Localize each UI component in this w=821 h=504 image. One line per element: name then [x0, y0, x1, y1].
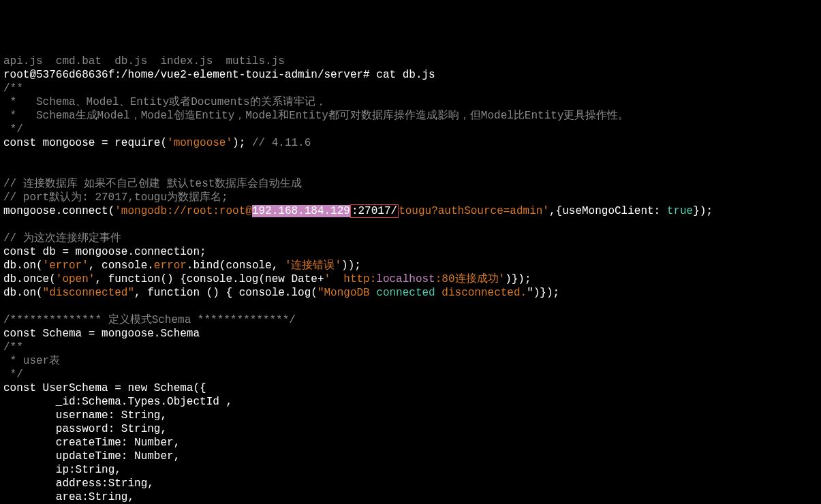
string: :80连接成功' [435, 273, 505, 285]
string: 'mongoose' [167, 137, 232, 149]
code: mongoose.connect( [3, 205, 114, 217]
code: }); [693, 205, 713, 217]
error-word: error [154, 259, 187, 272]
terminal-output[interactable]: api.js cmd.bat db.js index.js mutils.js … [0, 54, 821, 504]
code: updateTime: Number, [3, 450, 180, 462]
code: db.on( [3, 287, 43, 299]
comment: * user表 [3, 355, 60, 367]
comment: */ [3, 123, 23, 136]
comment: /** [3, 341, 23, 353]
code: password: String, [3, 423, 167, 435]
code: const db = mongoose.connection; [3, 246, 206, 258]
code: , console. [89, 259, 154, 272]
code: ip:String, [3, 464, 121, 476]
code: area:String, [3, 491, 134, 503]
string: disconnected. [442, 287, 527, 299]
code: )); [341, 259, 361, 272]
prev-line: api.js cmd.bat db.js index.js mutils.js [3, 55, 285, 67]
string: "MongoDB [317, 287, 376, 299]
comment: */ [3, 368, 23, 381]
comment: * Schema、Model、Entity或者Documents的关系请牢记， [3, 96, 326, 108]
code: db.once( [3, 273, 56, 285]
code: const mongoose = require( [3, 137, 167, 149]
comment: // port默认为: 27017,tougu为数据库名; [3, 191, 228, 204]
code: createTime: Number, [3, 437, 180, 449]
code: _id:Schema.Types.ObjectId , [3, 396, 232, 408]
code: address:String, [3, 477, 154, 490]
code: )}); [505, 273, 531, 285]
connected-word: connected [376, 287, 435, 299]
port-box: :27017/ [350, 204, 399, 218]
code: ")}); [527, 287, 559, 299]
code: , function() {console.log(new Date+ [95, 273, 324, 285]
localhost: localhost [376, 273, 435, 285]
comment: // 4.11.6 [252, 137, 311, 149]
command: cat db.js [376, 69, 435, 81]
string: ' http: [324, 273, 376, 285]
code: ); [232, 137, 252, 149]
prompt: root@53766d68636f:/home/vue2-element-tou… [3, 69, 376, 81]
string: 'mongodb://root:root@ [114, 205, 252, 217]
ip-highlight: 192.168.184.129 [252, 205, 350, 217]
string: '连接错误' [285, 259, 341, 272]
code: const UserSchema = new Schema({ [3, 382, 206, 394]
code: ,{useMongoClient: [549, 205, 667, 217]
string: 'open' [56, 273, 95, 285]
comment: /** [3, 82, 23, 95]
code: db.on( [3, 259, 43, 272]
comment: /************** 定义模式Schema *************… [3, 314, 296, 326]
string: tougu?authSource=admin' [399, 205, 549, 217]
string: 'error' [43, 259, 89, 272]
string [435, 287, 442, 299]
code: , function () { console.log( [134, 287, 317, 299]
comment: // 为这次连接绑定事件 [3, 232, 121, 245]
string: "disconnected" [43, 287, 134, 299]
code: .bind(console, [187, 259, 285, 272]
keyword: true [667, 205, 693, 217]
code: username: String, [3, 409, 167, 422]
code: const Schema = mongoose.Schema [3, 328, 200, 340]
comment: // 连接数据库 如果不自己创建 默认test数据库会自动生成 [3, 178, 302, 190]
comment: * Schema生成Model，Model创造Entity，Model和Enti… [3, 110, 629, 122]
